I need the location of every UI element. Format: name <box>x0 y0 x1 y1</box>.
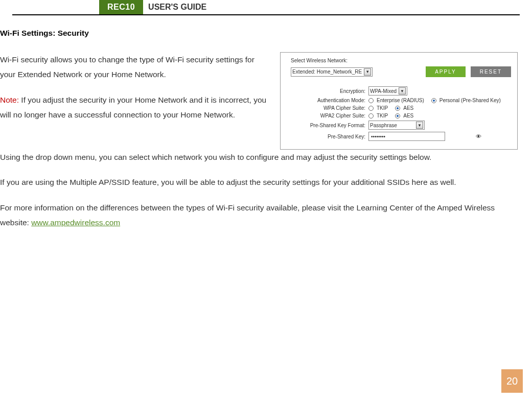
auth-enterprise-text: Enterprise (RADIUS) <box>377 98 424 103</box>
psk-format-value: Passphrase <box>370 123 397 128</box>
note-body: If you adjust the security in your Home … <box>0 96 266 119</box>
paragraph-multiap: If you are using the Multiple AP/SSID fe… <box>0 175 518 189</box>
psk-value: •••••••• <box>371 134 385 139</box>
paragraph-dropdown: Using the drop down menu, you can select… <box>0 150 518 164</box>
auth-mode-label: Authentication Mode: <box>287 98 368 103</box>
psk-format-label: Pre-Shared Key Format: <box>287 123 368 128</box>
apply-button[interactable]: APPLY <box>426 66 466 77</box>
note-label: Note: <box>0 96 19 104</box>
eye-icon[interactable]: 👁 <box>476 133 481 139</box>
header-title: USER'S GUIDE <box>148 3 206 12</box>
wpa2-tkip-radio[interactable] <box>368 113 374 118</box>
page-number: 20 <box>501 369 523 393</box>
amped-wireless-link[interactable]: www.ampedwireless.com <box>31 218 120 227</box>
psk-format-select[interactable]: Passphrase ▼ <box>368 121 425 130</box>
settings-panel: Select Wireless Network: Extended: Home_… <box>280 52 518 150</box>
network-select-value: Extended: Home_Network_RE <box>292 69 362 75</box>
wpa2-cipher-label: WPA2 Cipher Suite: <box>287 113 368 118</box>
chevron-down-icon: ▼ <box>364 68 371 76</box>
wpa-tkip-radio[interactable] <box>368 106 374 111</box>
auth-personal-radio[interactable] <box>431 98 436 103</box>
wpa2-aes-text: AES <box>403 113 413 118</box>
wpa-tkip-text: TKIP <box>377 105 388 111</box>
wpa-aes-text: AES <box>403 105 413 111</box>
wpa2-tkip-text: TKIP <box>377 113 388 118</box>
section-title: Wi-Fi Settings: Security <box>0 29 518 38</box>
psk-input[interactable]: •••••••• <box>368 132 445 141</box>
encryption-select[interactable]: WPA-Mixed ▼ <box>368 86 407 96</box>
wpa-cipher-label: WPA Cipher Suite: <box>287 105 368 111</box>
auth-enterprise-radio[interactable] <box>368 98 374 103</box>
chevron-down-icon: ▼ <box>399 87 406 94</box>
wpa2-aes-radio[interactable] <box>395 113 400 118</box>
header-product-tab: REC10 <box>99 0 143 14</box>
reset-button[interactable]: RESET <box>471 66 511 77</box>
select-network-label: Select Wireless Network: <box>291 58 348 63</box>
network-select[interactable]: Extended: Home_Network_RE ▼ <box>291 67 373 77</box>
encryption-label: Encryption: <box>287 88 368 94</box>
auth-personal-text: Personal (Pre-Shared Key) <box>440 98 501 103</box>
psk-label: Pre-Shared Key: <box>287 134 368 139</box>
chevron-down-icon: ▼ <box>416 122 423 129</box>
page-content: Wi-Fi Settings: Security Select Wireless… <box>0 15 532 230</box>
wpa-aes-radio[interactable] <box>395 106 400 111</box>
paragraph-moreinfo: For more information on the differences … <box>0 200 518 230</box>
header-bar: REC10 USER'S GUIDE <box>12 0 520 15</box>
encryption-value: WPA-Mixed <box>370 88 397 94</box>
